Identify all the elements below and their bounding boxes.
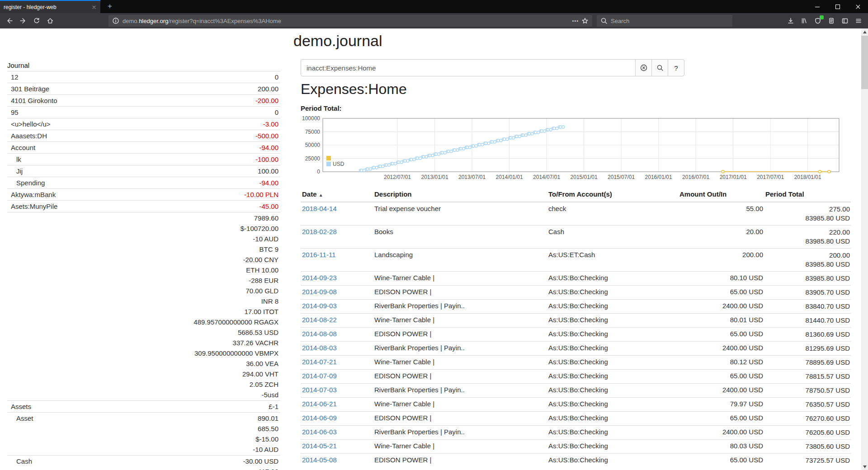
bookmark-star-icon[interactable]	[581, 17, 589, 24]
transaction-amount: 80.01 USD	[678, 314, 764, 328]
download-button[interactable]	[784, 14, 797, 27]
sidebar-account-link[interactable]: Account	[11, 142, 35, 153]
browser-tab[interactable]: register - hledger-web	[0, 0, 100, 13]
account-balances: 890.01685.50$-15.00-10 AUD	[253, 413, 280, 455]
transaction-date-link[interactable]: 2014-09-23	[302, 274, 337, 282]
scrollbar-up-arrow[interactable]	[861, 28, 868, 35]
transaction-date-link[interactable]: 2014-07-21	[302, 358, 337, 366]
transaction-date-link[interactable]: 2016-11-11	[302, 251, 336, 258]
col-header-amount[interactable]: Amount Out/In	[678, 188, 764, 202]
sidebar-toggle-button[interactable]	[838, 14, 852, 27]
transaction-date-link[interactable]: 2014-08-03	[302, 344, 337, 352]
home-button[interactable]	[43, 14, 57, 27]
sidebar-account-link[interactable]: Asset	[16, 413, 33, 423]
search-input[interactable]	[301, 59, 636, 76]
account-balance: 17.00 ITOT	[193, 306, 278, 317]
magnifier-icon	[656, 64, 664, 71]
sidebar-account-link[interactable]: Jij	[16, 166, 23, 176]
transaction-date-link[interactable]: 2014-08-08	[302, 330, 337, 338]
window-minimize-button[interactable]	[807, 0, 827, 13]
sidebar-account-link[interactable]: Spending	[16, 178, 45, 188]
account-row: Aktywa:mBank -10.00 PLN	[7, 188, 280, 200]
window-maximize-button[interactable]	[827, 0, 848, 13]
account-row: Spending -94.00	[7, 177, 280, 188]
col-header-period-total[interactable]: Period Total	[764, 188, 851, 202]
account-balance: 337.26 VACHR	[193, 338, 278, 348]
browser-search-input[interactable]	[611, 18, 719, 24]
account-balance: -10 AUD	[253, 444, 278, 455]
transaction-date-link[interactable]: 2014-09-08	[302, 288, 337, 296]
transaction-date-link[interactable]: 2014-05-21	[302, 442, 337, 450]
transaction-description: EDISON POWER |	[373, 286, 547, 300]
sidebar-account-link[interactable]: 301 Beiträge	[11, 84, 49, 94]
transaction-account: As:US:Bo:Checking	[547, 300, 678, 314]
account-balance: -100.00	[255, 154, 278, 164]
transaction-amount: 65.00 USD	[678, 370, 764, 384]
transaction-period-total: 73725.57 USD	[764, 454, 851, 468]
site-info-icon[interactable]	[112, 17, 119, 24]
register-row: 2014-08-03 RiverBank Properties | Payin.…	[301, 342, 851, 356]
sidebar-account-link[interactable]: 4101 Girokonto	[11, 95, 57, 106]
library-button[interactable]	[797, 14, 811, 27]
url-bar[interactable]: demo.hledger.org/register?q=inacct%3AExp…	[108, 15, 592, 27]
account-balances: 100.00	[258, 166, 280, 176]
transaction-date-link[interactable]: 2014-05-08	[302, 456, 337, 464]
url-domain: hledger.org	[139, 18, 168, 24]
transaction-date-link[interactable]: 2018-04-14	[302, 205, 337, 212]
transaction-date-link[interactable]: 2018-02-28	[302, 228, 337, 235]
reader-mode-button[interactable]	[825, 14, 838, 27]
sidebar-account-link[interactable]: Assets	[11, 401, 31, 412]
scrollbar-thumb[interactable]	[861, 36, 868, 89]
account-row: 7989.60$-100720.00-10 AUDBTC 9-20.00 CNY…	[7, 212, 280, 400]
scrollbar-down-arrow[interactable]	[861, 463, 868, 470]
transaction-date-link[interactable]: 2014-06-21	[302, 400, 337, 408]
col-header-description[interactable]: Description	[373, 188, 547, 202]
sidebar-account-link[interactable]: 95	[11, 107, 19, 118]
account-balances: -100.00	[255, 154, 280, 164]
account-balance: -94.00	[259, 142, 278, 153]
transaction-amount: 2400.00 USD	[678, 384, 764, 398]
transaction-account: As:US:Bo:Checking	[547, 356, 678, 370]
browser-search-box[interactable]	[597, 15, 732, 27]
sidebar-account-link[interactable]: lk	[16, 154, 21, 164]
account-row: 301 Beiträge 200.00	[7, 83, 280, 94]
sidebar-account-link[interactable]: Aktywa:mBank	[11, 189, 56, 200]
sidebar-account-link[interactable]: 12	[11, 72, 19, 82]
sidebar-account-link[interactable]: Cash	[16, 456, 32, 466]
menu-button[interactable]	[852, 14, 865, 27]
col-header-account[interactable]: To/From Account(s)	[547, 188, 678, 202]
sidebar-account-link[interactable]: <u>hello</u>	[11, 119, 51, 129]
account-row: Cash -30.00 USD-117.00	[7, 455, 280, 470]
svg-text:0: 0	[317, 169, 320, 175]
transaction-date-link[interactable]: 2014-07-03	[302, 386, 337, 394]
sidebar-account-link[interactable]: Aaasets:DH	[11, 131, 47, 141]
transaction-date-link[interactable]: 2014-08-22	[302, 316, 337, 324]
account-balance: $-15.00	[253, 434, 278, 444]
sidebar-account-link[interactable]: Asets:MunyPile	[11, 201, 57, 212]
back-button[interactable]	[3, 14, 16, 27]
account-balance: 5686.53 USD	[193, 327, 278, 338]
page-scrollbar[interactable]	[861, 28, 868, 470]
account-balance: 70.00 GLD	[193, 286, 278, 296]
page-actions-icon[interactable]: •••	[572, 18, 579, 24]
transaction-date-link[interactable]: 2014-07-09	[302, 372, 337, 380]
clear-search-button[interactable]	[635, 59, 652, 76]
date-header-label: Date	[302, 190, 317, 198]
search-button[interactable]	[651, 59, 668, 76]
forward-button[interactable]	[16, 14, 30, 27]
extension-badge	[820, 15, 824, 19]
svg-text:2016/01/01: 2016/01/01	[645, 174, 672, 180]
transaction-period-total: 81360.69 USD	[764, 328, 851, 342]
help-button[interactable]: ?	[668, 59, 684, 76]
col-header-date[interactable]: Date ▲	[301, 188, 373, 202]
new-tab-button[interactable]: +	[103, 0, 117, 13]
transaction-date-link[interactable]: 2014-06-03	[302, 428, 337, 436]
tab-close-icon[interactable]	[91, 5, 97, 10]
reload-button[interactable]	[30, 14, 43, 27]
transaction-date-link[interactable]: 2014-09-03	[302, 302, 337, 310]
extension-button[interactable]	[811, 14, 825, 27]
window-close-button[interactable]	[848, 0, 868, 13]
sidebar-journal-link[interactable]: Journal	[7, 61, 280, 71]
transaction-date-link[interactable]: 2014-06-09	[302, 414, 337, 422]
register-row: 2014-08-08 EDISON POWER | As:US:Bo:Check…	[301, 328, 851, 342]
